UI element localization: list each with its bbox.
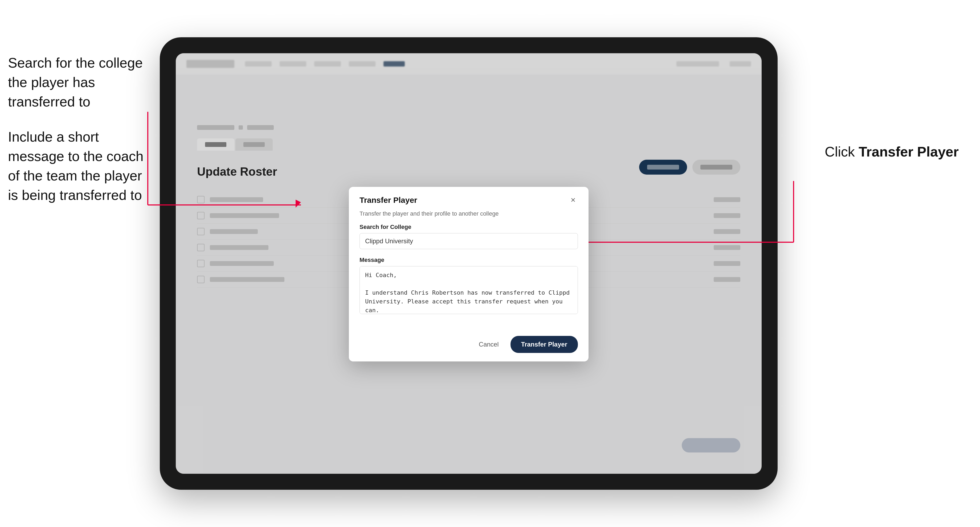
tablet-screen: Update Roster: [176, 53, 762, 474]
cancel-button[interactable]: Cancel: [474, 338, 504, 351]
search-college-group: Search for College: [360, 224, 578, 249]
message-textarea[interactable]: Hi Coach, I understand Chris Robertson h…: [360, 266, 578, 314]
modal-body: Transfer the player and their profile to…: [349, 210, 589, 330]
tablet-device: Update Roster: [160, 37, 778, 490]
transfer-player-modal: Transfer Player ✕ Transfer the player an…: [349, 187, 589, 362]
search-college-input[interactable]: [360, 233, 578, 249]
annotation-search-text: Search for the college the player has tr…: [8, 53, 146, 111]
message-group: Message Hi Coach, I understand Chris Rob…: [360, 257, 578, 315]
transfer-player-button[interactable]: Transfer Player: [511, 336, 578, 353]
modal-overlay: Transfer Player ✕ Transfer the player an…: [176, 53, 762, 474]
modal-subtitle: Transfer the player and their profile to…: [360, 210, 578, 217]
annotation-message-text: Include a short message to the coach of …: [8, 127, 146, 205]
modal-close-button[interactable]: ✕: [568, 195, 578, 205]
modal-title: Transfer Player: [360, 195, 417, 205]
left-annotation: Search for the college the player has tr…: [8, 53, 146, 221]
search-college-label: Search for College: [360, 224, 578, 230]
message-label: Message: [360, 257, 578, 264]
modal-header: Transfer Player ✕: [349, 187, 589, 210]
right-annotation: Click Transfer Player: [825, 144, 959, 160]
modal-footer: Cancel Transfer Player: [349, 330, 589, 362]
